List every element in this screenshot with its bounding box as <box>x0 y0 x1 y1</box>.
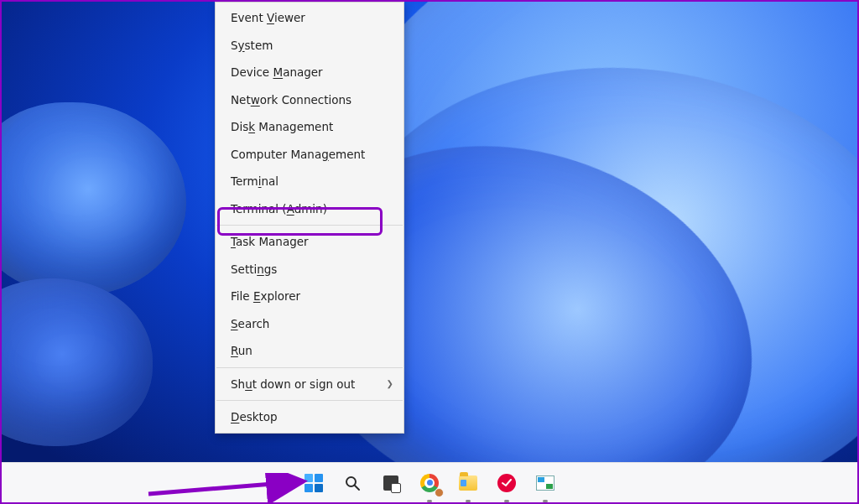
start-icon <box>305 474 323 492</box>
running-indicator-icon <box>543 500 548 502</box>
running-indicator-icon <box>427 500 432 502</box>
menu-item-label-pre: Setti <box>231 262 257 276</box>
menu-item-label-pre: Terminal ( <box>231 202 287 216</box>
menu-item-label-post: ask Manager <box>236 235 309 248</box>
menu-item-accelerator: A <box>287 202 294 216</box>
menu-item-terminal[interactable]: Terminal <box>216 168 403 195</box>
menu-item-label-post: stem <box>245 39 273 52</box>
power-user-menu: Event ViewerSystemDevice ManagerNetwork … <box>215 2 404 434</box>
menu-item-label-post: dmin) <box>294 202 327 216</box>
menu-item-event-viewer[interactable]: Event Viewer <box>216 4 403 32</box>
wallpaper-shape <box>0 278 153 446</box>
menu-item-device-manager[interactable]: Device Manager <box>216 59 403 86</box>
menu-item-label-pre: S <box>231 39 238 52</box>
menu-item-label-pre: Net <box>231 93 251 107</box>
menu-item-terminal-admin[interactable]: Terminal (Admin) <box>216 195 403 223</box>
search-icon <box>344 475 361 491</box>
menu-item-label-post: ement <box>329 148 366 161</box>
svg-line-2 <box>355 486 359 490</box>
control-panel-app[interactable] <box>529 467 561 499</box>
chevron-right-icon: ❯ <box>387 371 393 398</box>
start-button[interactable] <box>298 467 330 499</box>
menu-item-label-pre: Dis <box>231 120 248 133</box>
menu-item-system[interactable]: System <box>216 32 403 60</box>
menu-item-label-post: nal <box>262 174 279 188</box>
menu-item-label-post: anager <box>283 65 323 79</box>
menu-item-accelerator: M <box>273 65 283 79</box>
menu-item-accelerator: V <box>267 11 274 24</box>
menu-item-desktop[interactable]: Desktop <box>216 403 403 431</box>
redapp-icon <box>497 474 516 492</box>
menu-item-search[interactable]: Search <box>216 310 403 338</box>
wallpaper-shape <box>0 102 186 295</box>
menu-item-accelerator: n <box>257 262 264 276</box>
cp-icon <box>536 475 554 491</box>
menu-item-label-post: iewer <box>274 11 305 24</box>
menu-item-accelerator: u <box>245 377 252 391</box>
menu-item-task-manager[interactable]: Task Manager <box>216 228 403 256</box>
menu-item-label-post: earch <box>238 317 270 330</box>
file-explorer-app[interactable] <box>452 467 484 499</box>
menu-item-accelerator: g <box>321 148 329 161</box>
menu-item-label-pre: Term <box>231 174 258 188</box>
menu-item-label-post: t down or sign out <box>252 377 356 391</box>
menu-divider <box>216 225 403 226</box>
menu-item-label-post: un <box>238 344 252 357</box>
menu-item-accelerator: k <box>248 120 255 133</box>
menu-item-computer-management[interactable]: Computer Management <box>216 141 403 169</box>
menu-divider <box>216 367 403 368</box>
menu-item-label-pre: Event <box>231 11 267 24</box>
chrome-app[interactable] <box>414 467 445 499</box>
menu-item-label-pre: File <box>231 289 253 303</box>
menu-item-accelerator: D <box>231 410 239 423</box>
menu-item-label-post: ork Connections <box>260 93 351 107</box>
task-view-button[interactable] <box>375 467 407 499</box>
menu-item-label-post: xplorer <box>260 289 300 303</box>
desktop-wallpaper <box>2 2 857 502</box>
search-button[interactable] <box>336 467 368 499</box>
taskview-icon <box>383 475 398 491</box>
menu-item-network-connections[interactable]: Network Connections <box>216 86 403 114</box>
running-indicator-icon <box>466 500 471 502</box>
menu-item-label-post: esktop <box>239 410 277 423</box>
menu-item-label-pre: Computer Mana <box>231 148 321 161</box>
menu-item-shut-down-or-sign-out[interactable]: Shut down or sign out❯ <box>216 371 403 398</box>
menu-item-run[interactable]: Run <box>216 337 403 365</box>
menu-item-label-post: gs <box>264 262 278 276</box>
menu-item-accelerator: R <box>231 344 238 357</box>
menu-item-accelerator: y <box>238 39 245 52</box>
menu-item-settings[interactable]: Settings <box>216 256 403 283</box>
menu-item-label-pre: Sh <box>231 377 245 391</box>
pinned-app[interactable] <box>491 467 523 499</box>
menu-item-label-pre: Device <box>231 65 273 79</box>
menu-item-file-explorer[interactable]: File Explorer <box>216 283 403 310</box>
taskbar <box>2 462 857 502</box>
running-indicator-icon <box>504 500 509 502</box>
menu-item-label-post: Management <box>255 120 333 133</box>
menu-divider <box>216 400 403 401</box>
profile-badge-icon <box>435 488 444 497</box>
explorer-icon <box>459 475 477 491</box>
menu-item-accelerator: S <box>231 317 238 330</box>
menu-item-disk-management[interactable]: Disk Management <box>216 113 403 141</box>
menu-item-accelerator: w <box>251 93 260 107</box>
